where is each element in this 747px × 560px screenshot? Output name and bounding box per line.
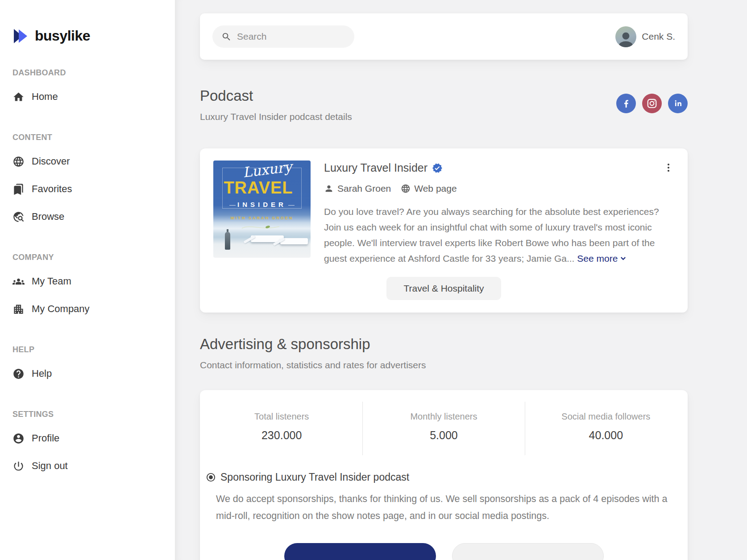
linkedin-button[interactable]: [668, 94, 688, 113]
search-box[interactable]: [212, 25, 354, 48]
sponsorship-title: Advertising & sponsorship: [200, 336, 688, 353]
stat-value: 230.000: [201, 429, 362, 442]
sidebar-item-label: Discover: [32, 156, 70, 167]
nav-section-company: COMPANY: [12, 253, 175, 262]
web-icon: [401, 184, 411, 194]
person-photo-icon: [615, 28, 636, 47]
stat-value: 5.000: [363, 429, 524, 442]
sidebar-item-label: Sign out: [32, 460, 68, 472]
sidebar-item-label: My Company: [32, 303, 90, 315]
more-options-button[interactable]: [661, 160, 676, 175]
secondary-action-button[interactable]: [452, 543, 604, 560]
sidebar-item-label: Profile: [32, 432, 59, 444]
logo-play-icon: [12, 28, 32, 44]
artwork-title-insider: INSIDER: [213, 201, 311, 208]
sponsorship-header: Advertising & sponsorship Contact inform…: [200, 336, 688, 371]
search-icon: [221, 32, 232, 42]
lounger-shape: [280, 238, 308, 244]
podcast-artwork: TRAVEL Luxury INSIDER WITH SARAH GROEN: [213, 161, 311, 258]
stat-social-followers: Social media followers 40.000: [525, 402, 687, 455]
sponsoring-option[interactable]: Sponsoring Luxury Travel Insider podcast: [206, 471, 688, 483]
facebook-button[interactable]: [616, 94, 636, 113]
sidebar-item-label: Home: [32, 91, 58, 103]
stat-label: Total listeners: [201, 412, 362, 422]
page-header: Podcast Luxury Travel Insider podcast de…: [200, 87, 688, 122]
artwork-title-travel: TRAVEL: [213, 178, 303, 198]
lantern-shape: [225, 232, 230, 250]
stat-label: Monthly listeners: [363, 412, 524, 422]
kebab-icon: [663, 162, 674, 173]
source-label: Web page: [414, 183, 456, 194]
host-name: Sarah Groen: [337, 183, 391, 194]
sidebar: busylike DASHBOARD Home CONTENT Discover…: [0, 0, 175, 560]
user-name: Cenk S.: [642, 31, 675, 42]
sidebar-item-favorites[interactable]: Favorites: [12, 175, 175, 203]
podcast-meta: Sarah Groen Web page: [324, 183, 674, 194]
page-subtitle: Luxury Travel Insider podcast details: [200, 111, 352, 122]
chevron-down-icon: [620, 255, 627, 262]
travel-explore-icon: [12, 211, 25, 223]
account-circle-icon: [12, 432, 25, 445]
sidebar-item-label: My Team: [32, 276, 71, 287]
person-icon: [324, 184, 334, 194]
social-links: [616, 94, 688, 122]
instagram-button[interactable]: [642, 94, 662, 113]
logo-text: busylike: [35, 28, 90, 44]
main-content: Cenk S. Podcast Luxury Travel Insider po…: [175, 0, 747, 560]
sponsoring-option-label: Sponsoring Luxury Travel Insider podcast: [220, 471, 409, 483]
sidebar-item-label: Browse: [32, 211, 64, 222]
artwork-byline: WITH SARAH GROEN: [213, 216, 311, 220]
bookmarks-icon: [12, 183, 25, 195]
building-icon: [12, 303, 25, 315]
verified-badge-icon: [432, 163, 443, 173]
podcast-source[interactable]: Web page: [401, 183, 456, 194]
stat-monthly-listeners: Monthly listeners 5.000: [362, 402, 525, 455]
sidebar-item-my-company[interactable]: My Company: [12, 295, 175, 323]
page-title: Podcast: [200, 87, 352, 104]
category-chip[interactable]: Travel & Hospitality: [386, 277, 501, 300]
sidebar-item-sign-out[interactable]: Sign out: [12, 452, 175, 480]
podcast-description: Do you love travel? Are you always searc…: [324, 204, 674, 266]
sidebar-item-discover[interactable]: Discover: [12, 148, 175, 175]
groups-icon: [12, 276, 25, 288]
nav-section-help: HELP: [12, 345, 175, 354]
radio-checked-icon: [206, 472, 216, 482]
nav-section-content: CONTENT: [12, 133, 175, 142]
stat-value: 40.000: [525, 429, 687, 442]
sponsorship-card: Total listeners 230.000 Monthly listener…: [200, 390, 688, 560]
sidebar-item-my-team[interactable]: My Team: [12, 268, 175, 295]
help-icon: [12, 368, 25, 380]
linkedin-icon: [672, 98, 684, 109]
power-icon: [12, 460, 25, 472]
facebook-icon: [620, 98, 632, 109]
stat-total-listeners: Total listeners 230.000: [201, 402, 362, 455]
nav-section-settings: SETTINGS: [12, 410, 175, 419]
artwork-squiggle: [240, 223, 283, 232]
globe-icon: [12, 156, 25, 168]
sponsorship-actions: [200, 543, 688, 560]
see-more-link[interactable]: See more: [577, 251, 627, 266]
search-input[interactable]: [237, 31, 345, 42]
stat-label: Social media followers: [525, 412, 687, 422]
podcast-card: TRAVEL Luxury INSIDER WITH SARAH GROEN L…: [200, 148, 688, 313]
sidebar-nav: DASHBOARD Home CONTENT Discover Favorite…: [12, 68, 175, 480]
sidebar-item-label: Help: [32, 368, 52, 379]
sidebar-item-profile[interactable]: Profile: [12, 424, 175, 452]
avatar: [615, 26, 636, 47]
sidebar-item-browse[interactable]: Browse: [12, 203, 175, 231]
sponsorship-subtitle: Contact information, statistics and rate…: [200, 360, 688, 371]
nav-section-dashboard: DASHBOARD: [12, 68, 175, 78]
sidebar-item-help[interactable]: Help: [12, 360, 175, 387]
stats-row: Total listeners 230.000 Monthly listener…: [200, 402, 688, 455]
sidebar-item-label: Favorites: [32, 183, 72, 195]
app-logo[interactable]: busylike: [12, 28, 175, 44]
instagram-icon: [646, 98, 658, 109]
user-menu[interactable]: Cenk S.: [615, 26, 675, 47]
primary-action-button[interactable]: [284, 543, 436, 560]
sidebar-item-home[interactable]: Home: [12, 83, 175, 111]
podcast-title: Luxury Travel Insider: [324, 161, 427, 174]
home-icon: [12, 91, 25, 103]
podcast-host: Sarah Groen: [324, 183, 391, 194]
sponsoring-option-description: We do accept sponsorships, thanks for th…: [216, 490, 676, 524]
topbar: Cenk S.: [200, 13, 688, 60]
